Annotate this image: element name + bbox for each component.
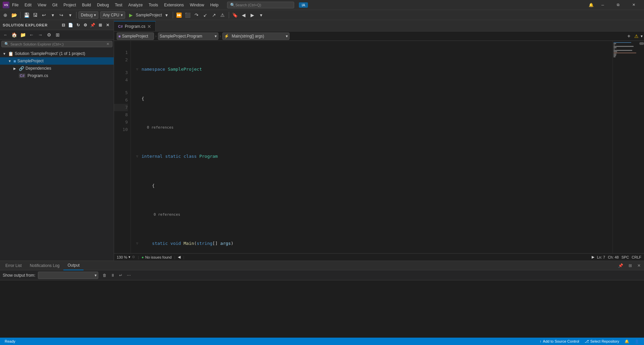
pin-btn[interactable]: 📌 (90, 22, 96, 28)
close-button[interactable]: ✕ (626, 0, 641, 10)
minimize-button[interactable]: ─ (595, 0, 610, 10)
output-wrap-btn[interactable]: ↵ (117, 272, 124, 279)
se-sync-btn[interactable]: ↔ (1, 31, 9, 39)
bookmark-prev-btn[interactable]: ◀ (240, 11, 248, 19)
menu-file[interactable]: File (9, 2, 21, 8)
config-dropdown[interactable]: Debug ▾ (78, 11, 98, 19)
exception-btn[interactable]: ⚠ (219, 11, 227, 19)
editor-scrollbar[interactable] (639, 41, 644, 253)
refresh-btn[interactable]: ↻ (75, 22, 82, 28)
status-ready[interactable]: Ready (3, 338, 17, 345)
code-content-area[interactable]: ▽ namespace SampleProject { 0 references… (131, 41, 612, 253)
nav-right-btn[interactable]: ▶ (592, 255, 594, 259)
step-over-btn[interactable]: ↷ (193, 11, 201, 19)
ref-hint-method: 0 references (136, 212, 610, 218)
menu-git[interactable]: Git (50, 2, 60, 8)
redo-btn[interactable]: ↪ (57, 11, 65, 19)
bookmark-next-btn[interactable]: ▶ (249, 11, 257, 19)
bottom-panel: Error List Notifications Log Output 📌 ⊞ … (0, 261, 644, 338)
tree-item-program-cs[interactable]: C# Program.cs (0, 72, 114, 79)
code-editor[interactable]: 1 2 3 4 5 6 7 8 9 10 ▽ namespace Sa (114, 41, 644, 253)
float-panel-btn[interactable]: ⊞ (627, 263, 634, 268)
menu-extensions[interactable]: Extensions (161, 2, 186, 8)
close-panel-btn[interactable]: ✕ (635, 263, 643, 268)
save-btn[interactable]: 🖫 (31, 11, 39, 19)
minimap-line-4 (613, 47, 616, 48)
global-search-bar[interactable]: 🔍 Search (Ctrl+Q) (227, 2, 294, 8)
se-forward-btn[interactable]: → (36, 31, 44, 39)
tab-program-cs[interactable]: C# Program.cs ✕ (114, 21, 156, 31)
notification-bell-status[interactable]: 🔔 (623, 338, 631, 345)
menu-tools[interactable]: Tools (146, 2, 161, 8)
pin-panel-btn[interactable]: 📌 (616, 263, 625, 268)
menu-view[interactable]: View (35, 2, 49, 8)
menu-help[interactable]: Help (208, 2, 221, 8)
se-back-btn[interactable]: ← (28, 31, 36, 39)
output-pause-btn[interactable]: ⏸ (109, 272, 116, 279)
attach-btn[interactable]: ⏩ (175, 11, 183, 19)
tree-item-solution[interactable]: ▼ 📋 Solution 'SampleProject' (1 of 1 pro… (0, 50, 114, 57)
menu-analyze[interactable]: Analyze (126, 2, 146, 8)
nav-left-btn[interactable]: ◀ (178, 255, 180, 259)
breadcrumb-class[interactable]: SampleProject.Program ▾ (158, 32, 218, 40)
menu-debug[interactable]: Debug (94, 2, 111, 8)
bookmark-btn[interactable]: 🔖 (231, 11, 239, 19)
tab-output[interactable]: Output (63, 261, 84, 270)
notifications-button[interactable]: 🔔 (587, 3, 595, 7)
toolbar-sep-2 (76, 12, 76, 18)
se-filter-btn[interactable]: ⊞ (54, 31, 62, 39)
scrollbar-thumb[interactable] (639, 42, 644, 45)
issues-status[interactable]: ● No issues found (142, 255, 172, 259)
menu-project[interactable]: Project (61, 2, 78, 8)
new-project-btn[interactable]: ⊕ (1, 11, 9, 19)
dock-btn[interactable]: ⊞ (97, 22, 104, 28)
kw-void: void (170, 240, 181, 247)
add-to-source-control[interactable]: ↑ Add to Source Control (538, 338, 581, 345)
platform-dropdown[interactable]: Any CPU ▾ (100, 11, 125, 19)
output-source-dropdown[interactable]: ▾ (38, 272, 98, 279)
profile-button[interactable]: IA (299, 2, 308, 8)
undo-dropdown-btn[interactable]: ▾ (49, 11, 57, 19)
add-editor-btn[interactable]: + (625, 32, 633, 40)
save-all-btn[interactable]: 💾 (22, 11, 31, 19)
menu-test[interactable]: Test (112, 2, 125, 8)
undo-btn[interactable]: ↩ (40, 11, 48, 19)
close-panel-btn[interactable]: ✕ (104, 22, 111, 28)
solution-search[interactable]: 🔍 Search Solution Explorer (Ctrl+;) ✕ (1, 41, 112, 47)
bookmark-menu-btn[interactable]: ▾ (257, 11, 265, 19)
code-line-2: { (136, 95, 610, 102)
redo-dropdown-btn[interactable]: ▾ (66, 11, 74, 19)
breadcrumb-method[interactable]: ⚡ Main(string[] args) ▾ (222, 32, 289, 40)
show-all-files-btn[interactable]: 📄 (67, 22, 74, 28)
breakpoints-btn[interactable]: ⬛ (184, 11, 192, 19)
se-home-btn[interactable]: 🏠 (10, 31, 18, 39)
tree-item-project[interactable]: ▼ ■ SampleProject (0, 57, 114, 65)
output-clear-btn[interactable]: 🗑 (101, 272, 108, 279)
breadcrumb-project[interactable]: ■ SampleProject ▾ (117, 32, 154, 40)
zoom-dropdown-icon: ▾ (128, 255, 130, 259)
output-filter-btn[interactable]: ⋯ (125, 272, 132, 279)
maximize-button[interactable]: ⧉ (610, 0, 626, 10)
se-folder-btn[interactable]: 📁 (19, 31, 27, 39)
menu-edit[interactable]: Edit (22, 2, 34, 8)
run-btn[interactable]: ▶ (127, 11, 135, 19)
tree-item-dependencies[interactable]: ▶ 🔗 Dependencies (0, 65, 114, 72)
zoom-control[interactable]: 130 % ▾ ⚙ (117, 255, 135, 259)
minimap (612, 41, 639, 253)
menu-build[interactable]: Build (79, 2, 94, 8)
tab-error-list[interactable]: Error List (1, 261, 26, 270)
run-project-label[interactable]: SampleProject (136, 13, 162, 17)
select-repository[interactable]: ⎇ Select Repository (583, 338, 621, 345)
select-repo-label: Select Repository (590, 339, 619, 343)
tab-close-btn[interactable]: ✕ (147, 24, 151, 29)
tab-notifications-log[interactable]: Notifications Log (26, 261, 64, 270)
se-props-btn[interactable]: ⚙ (45, 31, 53, 39)
status-live-share[interactable]: 👤 (633, 338, 641, 345)
step-out-btn[interactable]: ↗ (210, 11, 218, 19)
step-in-btn[interactable]: ↙ (201, 11, 209, 19)
run-dropdown-btn[interactable]: ▾ (163, 11, 171, 19)
collapse-all-btn[interactable]: ⊟ (60, 22, 67, 28)
settings-btn[interactable]: ⚙ (82, 22, 89, 28)
open-btn[interactable]: 📂 (10, 11, 18, 19)
menu-window[interactable]: Window (187, 2, 207, 8)
